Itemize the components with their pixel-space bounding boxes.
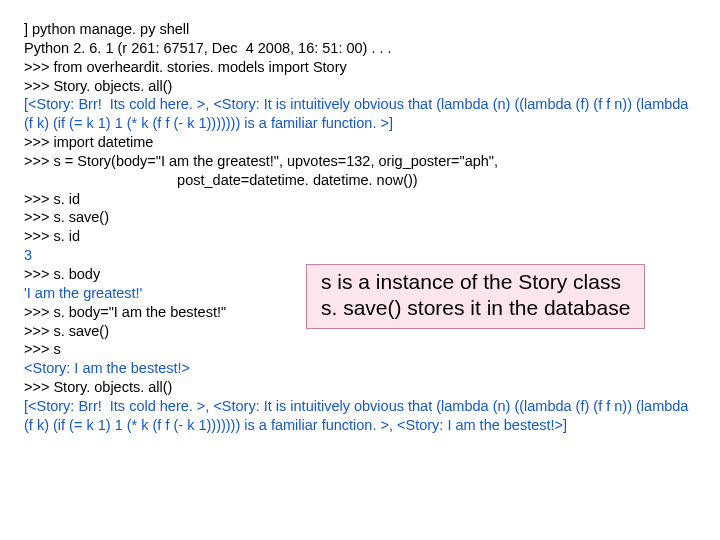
line: >>> s: [24, 341, 61, 357]
line: >>> Story. objects. all(): [24, 78, 172, 94]
output-line: [<Story: Brr! Its cold here. >, <Story: …: [24, 96, 692, 131]
line: >>> from overheardit. stories. models im…: [24, 59, 347, 75]
line: >>> import datetime: [24, 134, 153, 150]
line: >>> s. save(): [24, 209, 109, 225]
line: post_date=datetime. datetime. now()): [24, 172, 418, 188]
output-line: 3: [24, 247, 32, 263]
output-line: [<Story: Brr! Its cold here. >, <Story: …: [24, 398, 692, 433]
line: >>> s. body="I am the bestest!": [24, 304, 226, 320]
annotation-callout: s is a instance of the Story class s. sa…: [306, 264, 645, 329]
callout-line: s is a instance of the Story class: [321, 269, 630, 295]
line: >>> s. body: [24, 266, 100, 282]
line: >>> s. id: [24, 228, 80, 244]
line: >>> Story. objects. all(): [24, 379, 172, 395]
line: >>> s. save(): [24, 323, 109, 339]
output-line: 'I am the greatest!': [24, 285, 142, 301]
line: Python 2. 6. 1 (r 261: 67517, Dec 4 2008…: [24, 40, 392, 56]
line: >>> s = Story(body="I am the greatest!",…: [24, 153, 498, 169]
line: ] python manage. py shell: [24, 21, 189, 37]
output-line: <Story: I am the bestest!>: [24, 360, 190, 376]
callout-line: s. save() stores it in the database: [321, 295, 630, 321]
terminal-block: ] python manage. py shell Python 2. 6. 1…: [24, 20, 696, 435]
line: >>> s. id: [24, 191, 80, 207]
